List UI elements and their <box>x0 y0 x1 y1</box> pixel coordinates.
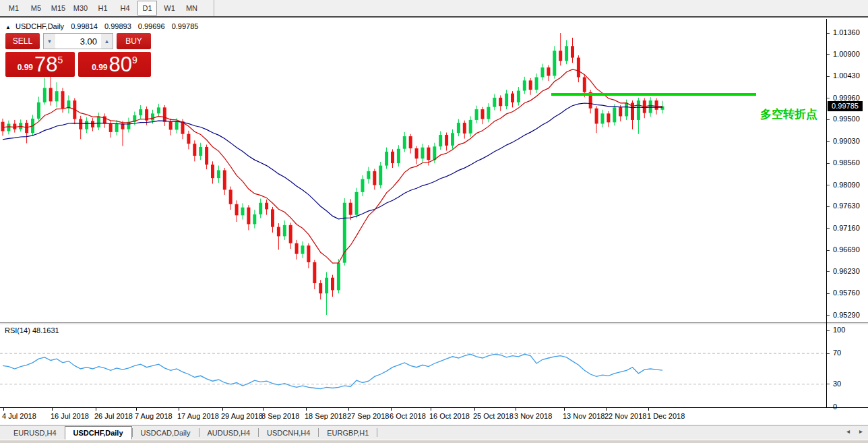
price-tick-label: 0.96690 <box>833 245 860 254</box>
date-tick-label: 13 Nov 2018 <box>563 412 604 420</box>
date-tick-mark <box>606 407 607 411</box>
price-tick-label: 0.97630 <box>833 202 860 210</box>
volume-stepper: ▼ 3.00 ▲ <box>43 33 113 49</box>
date-tick-mark <box>3 407 4 411</box>
tab-scroll-left-icon[interactable]: ◂ <box>846 427 850 435</box>
rsi-tick-label: 70 <box>833 349 841 357</box>
price-tick-label: 0.99500 <box>833 115 860 123</box>
date-tick-label: 1 Dec 2018 <box>647 412 685 420</box>
price-tick-mark <box>827 250 830 251</box>
timeframe-button-m1[interactable]: M1 <box>4 1 24 16</box>
price-tick-mark <box>827 119 830 120</box>
volume-input[interactable]: 3.00 <box>55 34 101 49</box>
date-tick-mark <box>564 407 565 411</box>
price-tick-label: 1.00430 <box>833 71 860 80</box>
date-tick-mark <box>431 407 431 411</box>
time-axis[interactable]: 4 Jul 201816 Jul 201826 Jul 20187 Aug 20… <box>0 409 826 423</box>
timeframe-button-w1[interactable]: W1 <box>160 1 179 16</box>
rsi-tick-label: 0 <box>833 403 837 411</box>
chart-tab-bar: EURUSD,H4 USDCHF,Daily USDCAD,Daily AUDU… <box>0 425 868 440</box>
date-tick-label: 8 Sep 2018 <box>261 412 299 420</box>
chart-tab-usdchf[interactable]: USDCHF,Daily <box>65 426 132 440</box>
rsi-tick-mark <box>827 384 830 384</box>
price-tick-label: 0.98560 <box>833 158 860 167</box>
chart-tab-eurusd[interactable]: EURUSD,H4 <box>5 427 65 439</box>
price-tick-label: 1.00900 <box>833 50 860 58</box>
date-tick-label: 22 Nov 2018 <box>604 412 646 420</box>
timeframe-button-h1[interactable]: H1 <box>93 1 113 16</box>
sell-price-pip-digit: 5 <box>58 55 63 65</box>
date-tick-mark <box>648 407 649 411</box>
trading-terminal-window: M1 M5 M15 M30 H1 H4 D1 W1 MN ▲ USDCHF,Da… <box>0 0 868 443</box>
price-tick-label: 0.96230 <box>833 267 860 275</box>
price-tick-mark <box>827 54 830 55</box>
date-tick-mark <box>516 407 516 411</box>
price-tick-mark <box>827 185 830 185</box>
price-tick-mark <box>827 293 830 294</box>
date-tick-mark <box>306 407 307 411</box>
date-tick-mark <box>222 407 223 411</box>
rsi-indicator-label: RSI(14) 48.1631 <box>5 326 59 334</box>
buy-price-prefix: 0.99 <box>92 63 107 72</box>
sell-price-display[interactable]: 0.99 78 5 <box>5 52 75 77</box>
rsi-axis[interactable]: 10070300 <box>827 324 868 407</box>
date-tick-mark <box>136 407 137 411</box>
timeframe-button-m5[interactable]: M5 <box>26 1 46 16</box>
price-tick-mark <box>827 76 830 77</box>
status-strip <box>0 440 868 443</box>
price-tick-mark <box>827 98 830 98</box>
date-tick-label: 25 Oct 2018 <box>473 412 514 420</box>
one-click-trade-panel: SELL ▼ 3.00 ▲ BUY 0.99 78 5 0.99 80 9 <box>5 33 151 77</box>
price-tick-label: 0.97160 <box>833 224 860 232</box>
chart-tab-usdcad[interactable]: USDCAD,Daily <box>133 427 199 439</box>
timeframe-button-mn[interactable]: MN <box>182 1 202 16</box>
sell-button[interactable]: SELL <box>5 33 40 49</box>
date-tick-mark <box>391 407 392 411</box>
toolbar-separator <box>214 0 214 16</box>
date-tick-label: 6 Oct 2018 <box>390 412 426 420</box>
price-tick-label: 0.95290 <box>833 311 860 319</box>
chart-tab-audusd[interactable]: AUDUSD,H4 <box>199 427 259 439</box>
date-tick-label: 4 Jul 2018 <box>2 412 36 420</box>
buy-price-display[interactable]: 0.99 80 9 <box>78 52 151 77</box>
rsi-tick-mark <box>827 330 830 331</box>
buy-price-pip-digit: 9 <box>132 55 137 65</box>
current-price-tag: 0.99785 <box>828 101 863 111</box>
sell-price-prefix: 0.99 <box>18 63 33 72</box>
price-tick-mark <box>827 206 830 207</box>
price-tick-mark <box>827 163 830 164</box>
price-tick-label: 0.98090 <box>833 181 860 189</box>
price-tick-mark <box>827 271 830 272</box>
rsi-indicator-canvas[interactable] <box>0 324 826 407</box>
price-tick-mark <box>827 141 830 142</box>
date-tick-mark <box>179 407 179 411</box>
price-tick-label: 0.95760 <box>833 289 860 297</box>
date-tick-label: 18 Sep 2018 <box>305 412 346 420</box>
sell-price-big-digits: 78 <box>34 55 57 75</box>
buy-button[interactable]: BUY <box>117 33 151 49</box>
date-tick-label: 16 Oct 2018 <box>429 412 470 420</box>
date-tick-label: 17 Aug 2018 <box>177 412 219 420</box>
rsi-tick-mark <box>827 353 830 354</box>
date-tick-label: 27 Sep 2018 <box>347 412 389 420</box>
volume-decrease-icon[interactable]: ▼ <box>44 34 55 49</box>
chart-text-annotation[interactable]: 多空转折点 <box>760 107 817 122</box>
timeframe-button-d1[interactable]: D1 <box>137 1 157 16</box>
timeframe-toolbar: M1 M5 M15 M30 H1 H4 D1 W1 MN <box>0 0 868 18</box>
tab-scroll-right-icon[interactable]: ▸ <box>859 427 863 435</box>
chart-tab-usdcnh[interactable]: USDCNH,H4 <box>259 427 318 439</box>
date-tick-label: 26 Jul 2018 <box>94 412 133 420</box>
timeframe-button-h4[interactable]: H4 <box>115 1 135 16</box>
timeframe-button-m15[interactable]: M15 <box>49 1 68 16</box>
chart-tab-eurgbp[interactable]: EURGBP,H1 <box>319 427 377 439</box>
date-tick-mark <box>474 407 475 411</box>
buy-price-big-digits: 80 <box>109 55 132 75</box>
timeframe-button-m30[interactable]: M30 <box>71 1 90 16</box>
date-tick-mark <box>263 407 264 411</box>
volume-increase-icon[interactable]: ▲ <box>101 34 113 49</box>
price-tick-label: 0.99030 <box>833 137 860 145</box>
date-tick-label: 7 Aug 2018 <box>135 412 173 420</box>
price-axis[interactable]: 1.013601.009001.004300.999600.995000.990… <box>827 20 868 322</box>
date-tick-label: 16 Jul 2018 <box>51 412 89 420</box>
date-tick-mark <box>52 407 53 411</box>
